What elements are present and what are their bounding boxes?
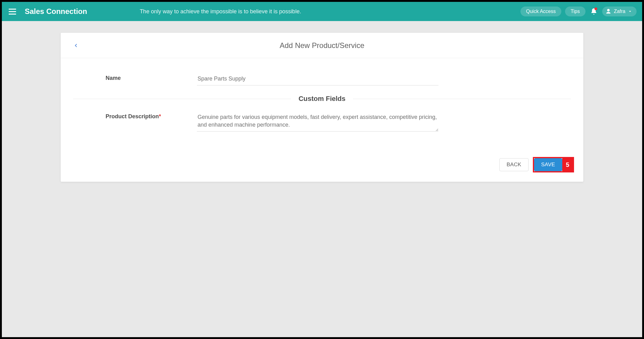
notification-dot-icon bbox=[594, 7, 597, 10]
description-input[interactable] bbox=[197, 112, 438, 132]
chevron-left-icon bbox=[74, 42, 78, 49]
description-row: Product Description* bbox=[73, 112, 571, 133]
topbar: Sales Connection The only way to achieve… bbox=[2, 2, 642, 21]
tagline: The only way to achieve the impossible i… bbox=[140, 8, 520, 15]
form-card: Add New Product/Service Name Custom Fiel… bbox=[61, 33, 583, 182]
notifications-button[interactable] bbox=[589, 7, 598, 16]
tips-button[interactable]: Tips bbox=[565, 7, 585, 16]
topbar-actions: Quick Access Tips Zafra bbox=[520, 7, 637, 16]
quick-access-button[interactable]: Quick Access bbox=[520, 7, 561, 16]
name-input[interactable] bbox=[197, 74, 438, 85]
user-menu[interactable]: Zafra bbox=[602, 7, 637, 16]
description-label: Product Description* bbox=[73, 112, 197, 120]
page-title: Add New Product/Service bbox=[280, 41, 364, 50]
annotation-highlight: SAVE 5 bbox=[533, 157, 574, 172]
card-actions: BACK SAVE 5 bbox=[61, 145, 583, 182]
card-header: Add New Product/Service bbox=[61, 33, 583, 58]
tips-label: Tips bbox=[571, 9, 580, 14]
save-button[interactable]: SAVE bbox=[534, 158, 562, 171]
workspace: Add New Product/Service Name Custom Fiel… bbox=[2, 21, 642, 337]
user-name: Zafra bbox=[614, 9, 625, 14]
annotation-badge: 5 bbox=[562, 158, 573, 171]
name-label: Name bbox=[73, 74, 197, 81]
quick-access-label: Quick Access bbox=[526, 9, 556, 14]
custom-fields-heading: Custom Fields bbox=[291, 95, 353, 103]
card-body: Name Custom Fields Product Description* bbox=[61, 58, 583, 145]
back-arrow-button[interactable] bbox=[72, 42, 80, 49]
back-button[interactable]: BACK bbox=[499, 158, 529, 171]
chevron-down-icon bbox=[628, 9, 632, 14]
menu-icon[interactable] bbox=[7, 7, 17, 16]
app-title: Sales Connection bbox=[25, 7, 87, 16]
custom-fields-divider: Custom Fields bbox=[73, 95, 571, 103]
avatar-icon bbox=[605, 8, 611, 15]
name-row: Name bbox=[73, 74, 571, 85]
